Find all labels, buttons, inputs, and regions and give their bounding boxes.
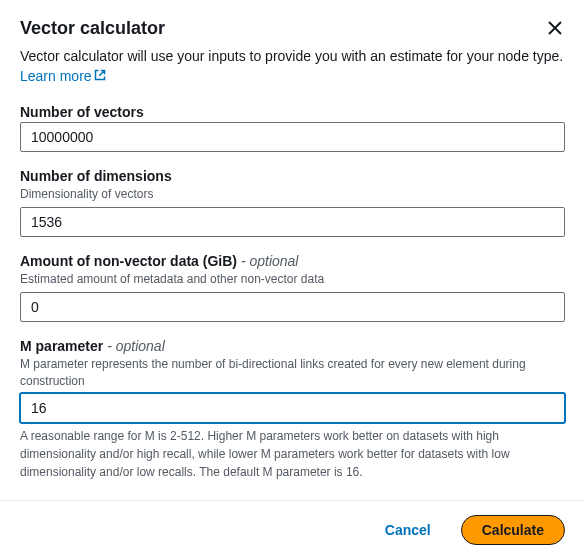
modal-content: Vector calculator Vector calculator will… <box>0 0 585 481</box>
close-button[interactable] <box>545 18 565 38</box>
modal-footer: Cancel Calculate <box>0 500 585 559</box>
field-num-vectors: Number of vectors <box>20 104 565 152</box>
modal-description: Vector calculator will use your inputs t… <box>20 47 565 86</box>
non-vector-data-input[interactable] <box>20 292 565 322</box>
num-dimensions-input[interactable] <box>20 207 565 237</box>
learn-more-link[interactable]: Learn more <box>20 68 106 84</box>
external-link-icon <box>94 69 106 81</box>
modal-header: Vector calculator <box>20 18 565 39</box>
field-num-dimensions: Number of dimensions Dimensionality of v… <box>20 168 565 237</box>
m-parameter-hint: M parameter represents the number of bi-… <box>20 356 565 390</box>
non-vector-data-label: Amount of non-vector data (GiB) - option… <box>20 253 565 269</box>
cancel-button[interactable]: Cancel <box>365 515 451 545</box>
num-dimensions-label: Number of dimensions <box>20 168 565 184</box>
num-dimensions-hint: Dimensionality of vectors <box>20 186 565 203</box>
close-icon <box>547 20 563 36</box>
m-parameter-input[interactable] <box>20 393 565 423</box>
num-vectors-input[interactable] <box>20 122 565 152</box>
non-vector-data-hint: Estimated amount of metadata and other n… <box>20 271 565 288</box>
modal-title: Vector calculator <box>20 18 165 39</box>
num-vectors-label: Number of vectors <box>20 104 565 120</box>
m-parameter-help: A reasonable range for M is 2-512. Highe… <box>20 427 565 481</box>
m-parameter-label: M parameter - optional <box>20 338 565 354</box>
description-text: Vector calculator will use your inputs t… <box>20 48 563 64</box>
field-m-parameter: M parameter - optional M parameter repre… <box>20 338 565 482</box>
field-non-vector-data: Amount of non-vector data (GiB) - option… <box>20 253 565 322</box>
calculate-button[interactable]: Calculate <box>461 515 565 545</box>
